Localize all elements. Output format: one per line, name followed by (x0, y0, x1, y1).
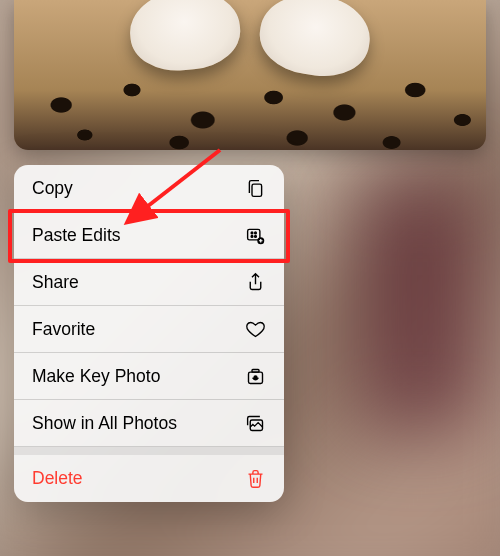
all-photos-icon (244, 412, 266, 434)
menu-item-label: Share (32, 272, 79, 293)
key-photo-icon (244, 365, 266, 387)
svg-point-4 (251, 235, 253, 237)
svg-point-5 (254, 235, 256, 237)
menu-item-delete[interactable]: Delete (14, 455, 284, 502)
menu-item-label: Make Key Photo (32, 366, 160, 387)
menu-item-label: Paste Edits (32, 225, 121, 246)
menu-item-label: Copy (32, 178, 73, 199)
svg-rect-0 (252, 184, 262, 196)
photo-thumbnail[interactable] (14, 0, 486, 150)
menu-item-paste-edits[interactable]: Paste Edits (14, 212, 284, 259)
paste-edits-icon (244, 224, 266, 246)
svg-point-3 (254, 232, 256, 234)
menu-item-copy[interactable]: Copy (14, 165, 284, 212)
photo-subject (120, 0, 380, 80)
menu-item-label: Favorite (32, 319, 95, 340)
svg-point-2 (251, 232, 253, 234)
svg-rect-1 (247, 229, 259, 240)
context-menu: Copy Paste Edits Share Favorite Make Key… (14, 165, 284, 502)
menu-item-label: Show in All Photos (32, 413, 177, 434)
heart-icon (244, 318, 266, 340)
menu-item-show-in-all-photos[interactable]: Show in All Photos (14, 400, 284, 447)
copy-icon (244, 177, 266, 199)
menu-item-favorite[interactable]: Favorite (14, 306, 284, 353)
blurred-background-spot (360, 180, 480, 430)
menu-divider (14, 447, 284, 455)
svg-rect-9 (252, 369, 259, 372)
trash-icon (244, 468, 266, 490)
menu-item-make-key-photo[interactable]: Make Key Photo (14, 353, 284, 400)
menu-item-share[interactable]: Share (14, 259, 284, 306)
menu-item-label: Delete (32, 468, 83, 489)
share-icon (244, 271, 266, 293)
